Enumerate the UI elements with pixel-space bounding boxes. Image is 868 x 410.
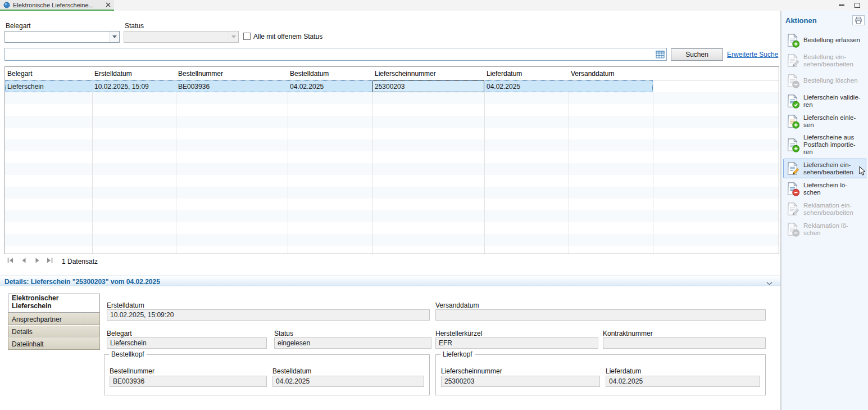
action-lieferschein-loeschen[interactable]: Lieferschein lö- schen (783, 179, 866, 199)
cell-erstelldatum: 10.02.2025, 15:09 (92, 80, 176, 92)
status-filter-label: Status (125, 22, 144, 30)
search-input[interactable] (6, 49, 652, 60)
column-header-lieferdatum[interactable]: Lieferdatum (484, 67, 569, 80)
actions-panel-title: Aktionen (785, 16, 817, 25)
table-empty-rows (5, 92, 779, 254)
bestellkopf-legend: Bestellkopf (109, 350, 147, 358)
action-bestellung-einsehen-bearbeiten: Bestellung ein- sehen/bearbeiten (783, 51, 866, 70)
column-header-erstelldatum[interactable]: Erstelldatum (92, 67, 176, 80)
column-header-belegart[interactable]: Belegart (5, 67, 92, 80)
versanddatum-label: Versanddatum (435, 301, 479, 309)
minimize-icon (839, 4, 844, 6)
tab-dateiinhalt[interactable]: Dateiinhalt (8, 337, 100, 350)
advanced-search-link[interactable]: Erweiterte Suche (727, 51, 778, 58)
action-bestellung-erfassen[interactable]: Bestellung erfassen (783, 30, 866, 50)
lieferdatum-field[interactable]: 04.02.2025 (606, 376, 760, 387)
record-count: 1 Datensatz (62, 258, 98, 265)
cell-belegart: Lieferschein (5, 80, 92, 92)
status-dropdown-arrow-icon (229, 31, 238, 42)
previous-page-button[interactable] (20, 257, 29, 265)
action-label: Lieferschein lö- schen (803, 182, 847, 196)
status-field[interactable]: eingelesen (274, 337, 431, 349)
action-reklamation-einsehen-bearbeiten: Reklamation ein- sehen/bearbeiten (783, 199, 866, 219)
kontraktnummer-label: Kontraktnummer (603, 330, 653, 337)
last-page-button[interactable] (46, 257, 55, 265)
tab-ansprechpartner[interactable]: Ansprechpartner (8, 313, 100, 325)
belegart-filter-label: Belegart (6, 22, 31, 30)
action-lieferschein-einlesen[interactable]: Lieferschein einle- sen (783, 111, 866, 131)
action-label: Lieferschein ein- sehen/bearbeiten (803, 161, 853, 176)
lieferkopf-legend: Lieferkopf (440, 350, 475, 358)
tab-icon (3, 2, 10, 8)
action-label: Bestellung erfassen (803, 37, 860, 44)
tab-details[interactable]: Details (8, 325, 100, 337)
actions-list: Bestellung erfassen Bestellung ein- sehe… (781, 30, 868, 240)
cell-bestelldatum: 04.02.2025 (288, 80, 372, 92)
search-box (4, 48, 667, 61)
tab-elektronische-lieferscheine[interactable]: Elektronische Lieferscheine... (0, 0, 114, 11)
action-label: Reklamation lö- schen (803, 222, 848, 237)
maximize-button[interactable] (851, 1, 864, 9)
belegart-filter-select[interactable] (4, 31, 120, 43)
details-section-tabs: Elektronischer Lieferschein Ansprechpart… (8, 294, 100, 350)
maximize-icon (855, 3, 860, 8)
action-bestellung-loeschen: Bestellung löschen (783, 71, 866, 91)
erstelldatum-label: Erstelldatum (107, 301, 144, 309)
action-label: Lieferscheine aus Postfach importie- ren (803, 134, 856, 156)
tab-close-icon[interactable] (106, 2, 111, 7)
bestellnummer-field[interactable]: BE003936 (110, 376, 267, 387)
table-row-selected[interactable]: Lieferschein 10.02.2025, 15:09 BE003936 … (5, 80, 653, 92)
column-header-versanddatum[interactable]: Versanddatum (569, 67, 653, 80)
order-create-icon (785, 33, 800, 48)
results-table: Belegart Erstelldatum Bestellnummer Best… (4, 66, 779, 254)
column-header-bestellnummer[interactable]: Bestellnummer (176, 67, 288, 80)
tab-title: Elektronische Lieferscheine... (13, 2, 103, 8)
status-label: Status (274, 330, 293, 337)
herstellerkuerzel-field[interactable]: EFR (435, 337, 598, 349)
mouse-cursor-icon (859, 166, 866, 178)
delivery-edit-icon (785, 161, 800, 176)
action-lieferschein-einsehen-bearbeiten[interactable]: Lieferschein ein- sehen/bearbeiten (783, 159, 866, 178)
action-lieferscheine-aus-postfach-importieren[interactable]: Lieferscheine aus Postfach importie- ren (783, 132, 866, 158)
actions-panel: Aktionen Bestellung erfassen (781, 11, 868, 410)
complaint-edit-icon (785, 201, 800, 217)
print-button[interactable] (852, 15, 865, 25)
status-filter-value (124, 31, 229, 42)
action-lieferschein-validieren[interactable]: Lieferschein validie- ren (783, 91, 866, 111)
belegart-filter-value (5, 31, 110, 42)
mailbox-import-icon (785, 137, 800, 152)
action-label: Bestellung löschen (803, 77, 858, 84)
bestelldatum-field[interactable]: 04.02.2025 (272, 376, 424, 387)
minimize-button[interactable] (835, 1, 848, 9)
lieferdatum-label: Lieferdatum (606, 367, 641, 375)
status-filter-select (124, 31, 239, 43)
lieferscheinnummer-field[interactable]: 25300203 (441, 376, 600, 387)
versanddatum-field[interactable] (435, 309, 766, 321)
next-page-button[interactable] (34, 257, 43, 265)
bestelldatum-label: Bestelldatum (272, 367, 311, 375)
open-status-checkbox[interactable] (243, 33, 251, 40)
action-label: Bestellung ein- sehen/bearbeiten (803, 53, 853, 68)
printer-icon (854, 16, 863, 24)
erstelldatum-field[interactable]: 10.02.2025, 15:09:20 (107, 309, 430, 321)
tab-elektronischer-lieferschein[interactable]: Elektronischer Lieferschein (8, 294, 100, 313)
kontraktnummer-field[interactable] (603, 337, 766, 349)
column-header-bestelldatum[interactable]: Bestelldatum (288, 67, 372, 80)
belegart-dropdown-arrow-icon[interactable] (110, 31, 119, 42)
first-page-button[interactable] (7, 257, 16, 265)
tab-bar: Elektronische Lieferscheine... (0, 0, 868, 11)
open-status-checkbox-label[interactable]: Alle mit offenem Status (253, 33, 322, 40)
herstellerkuerzel-label: Herstellerkürzel (435, 330, 482, 337)
cell-lieferscheinnummer: 25300203 (372, 80, 484, 92)
belegart-field[interactable]: Lieferschein (107, 337, 267, 349)
column-grid-icon[interactable] (656, 50, 665, 59)
search-button[interactable]: Suchen (671, 48, 723, 61)
lieferscheinnummer-label: Lieferscheinnummer (441, 367, 502, 375)
order-delete-icon (785, 73, 800, 88)
column-header-lieferscheinnummer[interactable]: Lieferscheinnummer (372, 67, 484, 80)
action-label: Lieferschein validie- ren (803, 94, 861, 109)
cell-bestellnummer: BE003936 (176, 80, 288, 92)
delivery-import-icon (785, 114, 800, 129)
collapse-chevron-icon[interactable] (766, 280, 772, 287)
details-header-bar: Details: Lieferschein "25300203" vom 04.… (0, 276, 781, 286)
